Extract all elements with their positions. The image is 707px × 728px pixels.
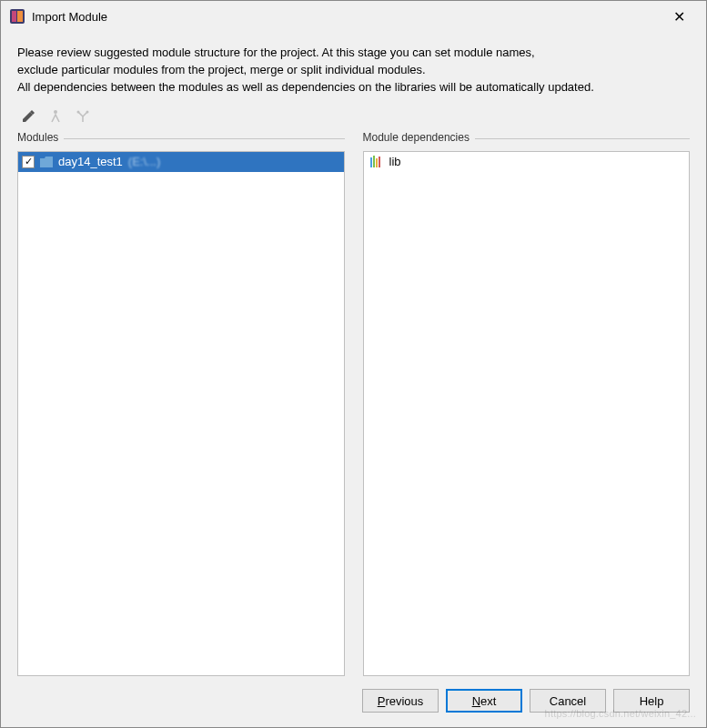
svg-rect-2 <box>17 11 23 22</box>
svg-point-4 <box>77 110 80 113</box>
svg-point-5 <box>86 110 89 113</box>
svg-rect-1 <box>12 11 16 22</box>
instructions-line: All dependencies between the modules as … <box>17 79 690 96</box>
split-icon[interactable] <box>76 109 90 124</box>
import-module-dialog: Import Module ✕ Please review suggested … <box>0 0 707 728</box>
edit-icon[interactable] <box>21 109 35 124</box>
help-button[interactable]: Help <box>613 689 690 713</box>
titlebar: Import Module ✕ <box>1 1 706 32</box>
svg-rect-9 <box>379 157 380 167</box>
svg-rect-8 <box>376 158 378 167</box>
app-icon <box>10 9 25 24</box>
dependencies-panel: Module dependencies lib <box>363 131 691 676</box>
panel-header: Module dependencies <box>363 131 691 146</box>
btn-label-rest: ext <box>480 694 496 708</box>
module-row[interactable]: ✓ day14_test1 (E:\...) <box>18 152 344 172</box>
next-button[interactable]: Next <box>446 689 522 713</box>
toolbar <box>1 106 706 131</box>
dependencies-label: Module dependencies <box>363 131 475 144</box>
dependency-row[interactable]: lib <box>364 152 690 172</box>
instructions-line: exclude particular modules from the proj… <box>17 62 690 79</box>
module-folder-icon <box>40 157 53 167</box>
module-path: (E:\...) <box>128 155 160 168</box>
modules-panel: Modules ✓ day14_test1 (E:\...) <box>17 131 345 676</box>
previous-button[interactable]: Previous <box>362 689 439 713</box>
module-name: day14_test1 <box>58 155 123 168</box>
window-title: Import Module <box>32 10 661 24</box>
instructions-line: Please review suggested module structure… <box>17 45 690 62</box>
btn-label: Help <box>640 694 664 708</box>
panel-header: Modules <box>17 131 345 146</box>
footer-buttons: Previous Next Cancel Help <box>1 676 706 727</box>
panels: Modules ✓ day14_test1 (E:\...) <box>1 131 706 676</box>
library-icon <box>369 156 384 168</box>
btn-label-rest: revious <box>385 694 423 708</box>
instructions-text: Please review suggested module structure… <box>1 32 706 106</box>
svg-rect-7 <box>373 156 375 167</box>
module-checkbox[interactable]: ✓ <box>22 156 35 168</box>
svg-rect-6 <box>370 157 372 167</box>
merge-icon[interactable] <box>48 109 63 124</box>
modules-list[interactable]: ✓ day14_test1 (E:\...) <box>17 151 345 676</box>
modules-label: Modules <box>17 131 64 144</box>
close-button[interactable]: ✕ <box>661 8 697 25</box>
dependencies-list[interactable]: lib <box>363 151 691 676</box>
check-icon: ✓ <box>25 157 33 167</box>
dependency-name: lib <box>389 155 401 168</box>
cancel-button[interactable]: Cancel <box>530 689 606 713</box>
btn-label: Cancel <box>550 694 586 708</box>
